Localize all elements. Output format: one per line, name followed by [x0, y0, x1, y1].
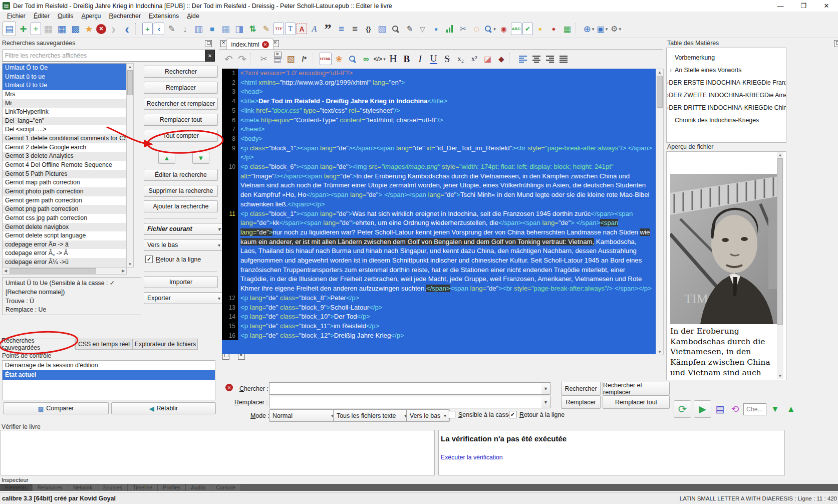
- globe-preview-icon[interactable]: ⊕▾: [583, 22, 595, 36]
- saved-search-item[interactable]: Umlaut Ü to Ue: [3, 81, 126, 90]
- superscript-icon[interactable]: x²: [468, 52, 480, 66]
- mark-selection-icon[interactable]: ◌: [470, 22, 483, 36]
- scroll-up-icon[interactable]: ▲: [656, 69, 663, 75]
- new-file-icon[interactable]: +: [142, 23, 153, 35]
- code-editor[interactable]: 1<?xml version='1.0' encoding='utf-8'?>2…: [222, 69, 656, 354]
- saved-search-item[interactable]: Mr: [3, 99, 126, 108]
- toc-item[interactable]: ›An Stelle eines Vorworts: [667, 64, 786, 76]
- search-find-replace-button[interactable]: Rechercher et remplacer: [603, 382, 670, 395]
- menu-diter[interactable]: Éditer: [30, 13, 54, 20]
- saved-search-item[interactable]: codepage error Ã„ -> Ä: [3, 249, 126, 258]
- compress-images-icon[interactable]: ✂: [457, 22, 469, 36]
- inspector-tab-console[interactable]: Console: [211, 484, 241, 491]
- preview-search-input[interactable]: Che...: [743, 403, 766, 415]
- preview-vscrollbar[interactable]: ▲ ▼: [777, 152, 783, 379]
- editor-vscrollbar[interactable]: ▲ ▼: [656, 69, 664, 355]
- wrap-row[interactable]: ✓ Retour à la ligne: [509, 411, 565, 418]
- saved-search-item[interactable]: codepage error Ã¤ -> ä: [3, 240, 126, 249]
- reload-icon[interactable]: ⟲: [729, 402, 741, 416]
- saved-search-item[interactable]: Gernot 1 delete conditional comments for…: [3, 134, 126, 143]
- code-line[interactable]: 13 <p lang="de" class="block_9">Scholl-L…: [222, 303, 656, 313]
- bug-icon[interactable]: ●: [547, 22, 560, 36]
- close-button[interactable]: ✕: [815, 1, 838, 12]
- smart-quotes-icon[interactable]: ”: [322, 22, 334, 36]
- saved-search-item[interactable]: Gernot 2 delete Google earch: [3, 143, 126, 152]
- replace-all-button[interactable]: Remplacer tout: [144, 114, 218, 126]
- saved-search-item[interactable]: codepage error Ã¼ ->ü: [3, 258, 126, 267]
- saved-search-item[interactable]: Gernot css jpg path correction: [3, 214, 126, 223]
- comment-icon[interactable]: /*: [298, 52, 311, 66]
- pen-icon[interactable]: ✎: [403, 22, 415, 36]
- find-input[interactable]: [269, 382, 542, 395]
- bookmark-icon[interactable]: ★: [83, 22, 95, 36]
- menu-outils[interactable]: Outils: [54, 13, 77, 20]
- fix-indent-icon[interactable]: ≡: [335, 22, 348, 36]
- check-links-icon[interactable]: [389, 22, 402, 36]
- smarten-punctuation-icon[interactable]: A: [297, 24, 307, 34]
- save-book-icon[interactable]: ▦: [42, 22, 55, 36]
- code-line[interactable]: 1<?xml version='1.0' encoding='utf-8'?>: [222, 69, 656, 78]
- code-line[interactable]: 3 <head>: [222, 87, 656, 97]
- code-line[interactable]: 15 <p lang="de" class="block_11">im Reis…: [222, 322, 656, 331]
- code-line[interactable]: 6 <meta http-equiv="Content-Type" conten…: [222, 116, 656, 125]
- tab-live-css[interactable]: CSS en temps réel: [75, 339, 133, 350]
- align-left-icon[interactable]: [516, 52, 529, 66]
- edit-tags-icon[interactable]: ✎: [260, 22, 272, 36]
- align-center-icon[interactable]: [530, 52, 542, 66]
- remove-search-button[interactable]: Supprimer la recherche: [144, 185, 218, 197]
- export-searches-button[interactable]: Exporter▾: [144, 292, 224, 304]
- tab-file-browser[interactable]: Explorateur de fichiers: [133, 339, 198, 350]
- code-line[interactable]: 9 <p class="block_1"><span lang="de"></s…: [222, 144, 656, 162]
- run-check-link[interactable]: Exécuter la vérification: [441, 454, 784, 461]
- heading-icon[interactable]: H: [387, 52, 399, 66]
- transliterate-icon[interactable]: A: [308, 22, 321, 36]
- menu-rechercher[interactable]: Rechercher: [105, 13, 145, 20]
- wrap-checkbox[interactable]: ✓: [145, 256, 153, 263]
- book-cover-icon[interactable]: ▥: [192, 22, 205, 36]
- saved-search-item[interactable]: Gernot photo path correction: [3, 187, 126, 196]
- code-line[interactable]: 5 <link href="docx.css" type="text/css" …: [222, 106, 656, 116]
- maximize-button[interactable]: ❐: [792, 1, 815, 12]
- plugins-icon[interactable]: ▦: [561, 22, 574, 36]
- insert-media-icon[interactable]: ◨: [233, 22, 245, 36]
- filter-css-icon[interactable]: ▽: [416, 22, 429, 36]
- bold-icon[interactable]: B: [400, 52, 413, 66]
- import-files-icon[interactable]: ↓: [179, 22, 191, 36]
- paste-icon[interactable]: ▧: [285, 52, 297, 66]
- align-justify-icon[interactable]: [557, 52, 570, 66]
- search-scope-dropdown[interactable]: Fichier courant▾: [144, 223, 224, 235]
- checkpoint-item[interactable]: Démarrage de la session d'édition: [3, 361, 215, 370]
- menu-fichier[interactable]: Fichier: [3, 13, 30, 20]
- minimize-button[interactable]: —: [769, 1, 792, 12]
- replace-input[interactable]: [269, 396, 542, 408]
- save-copy-icon[interactable]: ▦: [56, 22, 68, 36]
- manage-css-icon[interactable]: {}: [362, 22, 375, 36]
- revert-button[interactable]: ◀Rétablir: [111, 402, 216, 414]
- duplicate-book-icon[interactable]: ▩: [69, 22, 82, 36]
- insert-link-icon[interactable]: ∞: [360, 52, 372, 66]
- cut-icon[interactable]: ✂: [257, 52, 270, 66]
- tab-close-icon[interactable]: ✕: [262, 41, 269, 48]
- refresh-preview-icon[interactable]: ⟳: [674, 400, 691, 418]
- copy-icon[interactable]: ▤: [271, 52, 284, 66]
- saved-search-item[interactable]: Umlaut ü to ue: [3, 73, 126, 82]
- saved-search-item[interactable]: Gernot png path correction: [3, 205, 126, 214]
- filter-searches-input[interactable]: Filtre les recherches affichées: [2, 50, 205, 62]
- run-preview-icon[interactable]: ▶: [694, 400, 711, 418]
- check-book-icon[interactable]: ✔: [522, 23, 533, 35]
- reports-icon[interactable]: [443, 22, 456, 36]
- code-line[interactable]: 10 <p class="block_6"><span lang="de"><i…: [222, 162, 656, 209]
- code-line[interactable]: 4 <title>Der Tod im Reisfeld - Dreißig J…: [222, 97, 656, 106]
- preview-up-icon[interactable]: ▲: [787, 404, 795, 414]
- saved-search-item[interactable]: Umlaut Ö to Oe: [3, 64, 126, 73]
- toc-item[interactable]: ›DER DRITTE INDOCHINA-KRIEGDie Chine...: [667, 101, 786, 114]
- code-line[interactable]: 7 </head>: [222, 125, 656, 134]
- inspector-tab-sources[interactable]: Sources: [98, 484, 128, 491]
- checkpoint-item[interactable]: État actuel: [3, 370, 215, 380]
- add-search-button[interactable]: Ajouter la recherche: [144, 200, 218, 212]
- edit-search-button[interactable]: Éditer la recherche: [144, 169, 218, 181]
- manage-images-icon[interactable]: ▦: [219, 22, 232, 36]
- panel-float-icon[interactable]: [834, 40, 838, 47]
- arrange-files-icon[interactable]: ⇅: [246, 22, 259, 36]
- search-find-button[interactable]: Rechercher: [561, 382, 601, 395]
